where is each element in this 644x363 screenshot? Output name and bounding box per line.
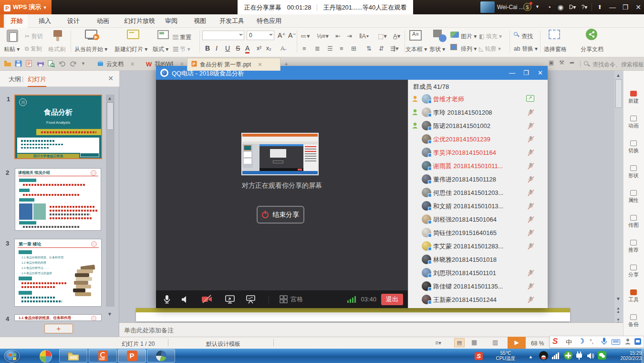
tab-outline[interactable]: 大纲 bbox=[9, 75, 21, 84]
muted-mic-icon[interactable] bbox=[527, 122, 534, 129]
layout-button[interactable]: 版式 ▾ bbox=[153, 45, 168, 53]
shape-button[interactable]: 形状 ▾ bbox=[429, 45, 445, 53]
normal-view-button[interactable]: ▤ bbox=[454, 338, 465, 347]
camera-off-icon[interactable] bbox=[201, 295, 213, 304]
menu-tab-1[interactable]: 插入 bbox=[33, 14, 56, 28]
redo-icon[interactable] bbox=[70, 60, 77, 68]
tab-close-icon[interactable]: ✕ bbox=[180, 61, 184, 67]
reading-view-button[interactable]: ▥ bbox=[492, 339, 498, 346]
right-tool-8[interactable]: 工具 bbox=[623, 289, 644, 303]
tray-qq-icon[interactable] bbox=[539, 351, 548, 360]
member-name[interactable]: 曾维才老师 bbox=[433, 95, 464, 104]
member-name[interactable]: 董伟进2018141501128 bbox=[433, 175, 496, 184]
section-button[interactable]: ☰ 节 ▾ bbox=[173, 45, 190, 53]
member-row[interactable]: 路佳键 2018141501135... bbox=[408, 279, 548, 293]
para-tool-5[interactable]: ⬚▾ bbox=[378, 32, 387, 40]
menu-tab-6[interactable]: 视图 bbox=[188, 14, 211, 28]
member-row[interactable]: 李昊洋2018141501164 bbox=[408, 146, 548, 159]
user-dropdown-icon[interactable]: ▼ bbox=[535, 4, 540, 9]
add-slide-button[interactable]: + bbox=[44, 324, 73, 333]
punctuation-icon[interactable]: °, bbox=[590, 338, 593, 345]
member-row[interactable]: 谢雨晨 2018141501011... bbox=[408, 159, 548, 172]
para-tool-6[interactable]: A̲▾ bbox=[393, 32, 400, 40]
scroll-up-icon[interactable]: ▲ bbox=[107, 96, 113, 100]
member-row[interactable]: 陈诺2018141501002 bbox=[408, 119, 548, 132]
copy-button[interactable]: ⧉ 复制 bbox=[25, 45, 42, 53]
font-color-button[interactable]: A bbox=[245, 44, 249, 53]
share-doc-button[interactable]: 分享文档 bbox=[581, 45, 603, 53]
paste-button[interactable]: 粘贴 ▾ bbox=[4, 45, 20, 53]
end-share-button[interactable]: 结束分享 bbox=[257, 206, 304, 224]
tray-signal-icon[interactable] bbox=[552, 352, 560, 359]
help-icon[interactable]: ?▾ bbox=[578, 0, 591, 14]
print-icon[interactable] bbox=[37, 60, 44, 68]
menu-tab-3[interactable]: 动画 bbox=[92, 14, 114, 28]
para-tool-1[interactable]: ⅓≡▾ bbox=[317, 32, 329, 40]
cut-button[interactable]: ✂ 剪切 bbox=[25, 32, 42, 41]
member-name[interactable]: 胡柽强2018141501064 bbox=[433, 215, 497, 224]
member-name[interactable]: 路佳键 2018141501135... bbox=[433, 282, 503, 291]
tab-close-icon[interactable]: ✕ bbox=[258, 62, 262, 68]
align-tool-0[interactable]: ≡ bbox=[302, 45, 306, 52]
from-current-button[interactable]: 从当前开始 ▾ bbox=[74, 45, 107, 53]
right-tool-0[interactable]: 新建 bbox=[623, 91, 644, 105]
folder-open-icon[interactable] bbox=[4, 60, 11, 68]
strikethrough-button[interactable]: S bbox=[236, 44, 240, 52]
screen-share-icon[interactable] bbox=[225, 295, 235, 304]
new-tab-button[interactable]: + bbox=[284, 60, 288, 68]
menu-tab-0[interactable]: 开始 bbox=[6, 14, 28, 28]
user-avatar[interactable] bbox=[480, 1, 495, 13]
slide-thumbnail-1[interactable]: 川 食品分析 Food Analysis 四川大学食品工程系 bbox=[14, 95, 102, 159]
decrease-font-icon[interactable]: A⁻ bbox=[288, 32, 296, 39]
taskbar-button-explorer[interactable] bbox=[59, 349, 87, 363]
para-tool-4[interactable]: ⫴A▾ bbox=[359, 32, 369, 40]
member-row[interactable]: 李艾蒙 2018141501283... bbox=[408, 239, 548, 253]
member-row[interactable]: 林晓雅2018141501018 bbox=[408, 253, 548, 266]
member-row[interactable]: 刘思琪2018141501101 bbox=[408, 266, 548, 279]
minimize-button[interactable]: — bbox=[607, 0, 618, 14]
menu-tab-2[interactable]: 设计 bbox=[62, 14, 85, 28]
prev-slide-icon[interactable]: ▲▲ bbox=[616, 307, 620, 313]
para-tool-2[interactable]: ⇤ bbox=[335, 32, 341, 40]
member-row[interactable]: 董伟进2018141501128 bbox=[408, 172, 548, 186]
export-pdf-icon[interactable] bbox=[26, 60, 33, 68]
start-button[interactable] bbox=[4, 350, 20, 363]
find-button[interactable]: 查找 bbox=[521, 32, 533, 41]
selection-pane-button[interactable]: 选择窗格 bbox=[544, 45, 567, 53]
save-icon[interactable] bbox=[15, 60, 22, 68]
cursor-icon[interactable]: ➦ bbox=[570, 59, 574, 66]
italic-button[interactable]: I bbox=[216, 44, 218, 52]
right-tool-3[interactable]: 形状 bbox=[623, 165, 644, 179]
right-tool-7[interactable]: 分享 bbox=[623, 265, 644, 278]
tools-icon[interactable]: ⚒ bbox=[559, 59, 564, 66]
member-name[interactable]: 谢雨晨 2018141501011... bbox=[433, 162, 503, 171]
tray-expand-icon[interactable]: ▲ bbox=[529, 354, 533, 359]
voice-input-icon[interactable] bbox=[600, 337, 608, 346]
right-tool-1[interactable]: 动画 bbox=[623, 116, 644, 129]
qq-close-button[interactable]: ✕ bbox=[538, 69, 543, 76]
muted-mic-icon[interactable] bbox=[527, 149, 534, 156]
quick-more-icon[interactable]: ▼ bbox=[81, 61, 85, 66]
right-tool-6[interactable]: 推荐 bbox=[623, 240, 644, 254]
member-row[interactable]: 何思佳 2018141501203... bbox=[408, 186, 548, 199]
align-tool-1[interactable]: ≣ bbox=[315, 45, 320, 52]
taskbar-button-pdf-reader[interactable]: PDF bbox=[89, 349, 117, 363]
para-tool-0[interactable]: ≔▾ bbox=[301, 32, 310, 40]
tray-wechat-icon[interactable] bbox=[598, 351, 606, 360]
tab-slides[interactable]: 幻灯片 bbox=[28, 75, 46, 87]
document-tab-0[interactable]: 云文档✕ bbox=[93, 58, 140, 71]
clear-format-button[interactable]: A̶ bbox=[280, 45, 285, 52]
muted-mic-icon[interactable] bbox=[527, 203, 534, 210]
slide-sorter-view-button[interactable]: ▦ bbox=[471, 339, 477, 346]
superscript-button[interactable]: x² bbox=[257, 45, 261, 52]
fill-button[interactable]: ◧ 填充 ▾ bbox=[479, 32, 502, 41]
microphone-icon[interactable] bbox=[163, 295, 171, 304]
muted-mic-icon[interactable] bbox=[527, 296, 534, 303]
scroll-down-icon[interactable]: ▼ bbox=[616, 296, 621, 301]
align-tool-7[interactable]: ⇶▾ bbox=[390, 45, 398, 52]
arrange-button[interactable]: 排列 ▾ bbox=[461, 45, 477, 53]
docer-icon[interactable]: D▾ bbox=[566, 0, 579, 14]
tray-plug-icon[interactable] bbox=[576, 352, 583, 360]
increase-font-icon[interactable]: A⁺ bbox=[278, 32, 286, 39]
document-tab-1[interactable]: W我的WPS✕ bbox=[142, 58, 188, 71]
